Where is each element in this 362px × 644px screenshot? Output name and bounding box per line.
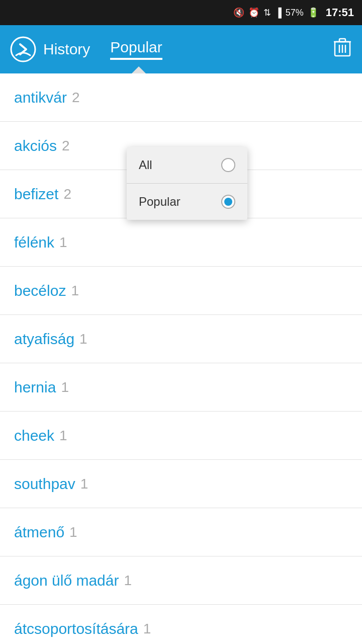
list-item-count: 1 (59, 234, 67, 251)
list-container: All Popular antikvár2akciós2befizet2félé… (0, 73, 362, 644)
list-item[interactable]: becéloz1 (0, 267, 362, 315)
list-item-word: akciós (14, 137, 57, 154)
list-item-count: 1 (71, 283, 79, 299)
list-item-count: 1 (143, 621, 151, 637)
trash-button[interactable] (334, 38, 351, 61)
filter-all-option[interactable]: All (127, 147, 247, 184)
list-item-count: 2 (63, 186, 71, 202)
list-item-count: 1 (124, 573, 132, 589)
list-item[interactable]: antikvár2 (0, 73, 362, 122)
list-item[interactable]: hernia1 (0, 363, 362, 412)
mute-icon: 🔇 (233, 7, 244, 18)
list-item-word: southpav (14, 475, 75, 493)
list-item-count: 2 (62, 138, 70, 154)
list-item-count: 2 (72, 90, 80, 106)
list-item[interactable]: ágon ülő madár1 (0, 556, 362, 605)
popular-tab[interactable]: Popular (110, 39, 162, 60)
list-item-count: 1 (59, 428, 67, 444)
list-item-word: hernia (14, 379, 56, 396)
radio-selected-indicator (224, 198, 232, 206)
filter-popular-label: Popular (139, 195, 180, 209)
list-item-word: befizet (14, 186, 58, 203)
svg-point-0 (11, 37, 35, 61)
list-item-word: átmenő (14, 524, 64, 541)
signal-icon: ▐ (275, 8, 282, 18)
list-item-word: antikvár (14, 89, 67, 106)
svg-rect-3 (339, 39, 345, 42)
list-item[interactable]: cheek1 (0, 412, 362, 460)
tab-indicator (132, 66, 146, 73)
list-item-word: átcsoportosítására (14, 620, 138, 637)
battery-icon: 🔋 (308, 7, 319, 18)
list-item[interactable]: southpav1 (0, 460, 362, 508)
list-item-word: félénk (14, 234, 54, 251)
list-item[interactable]: átmenő1 (0, 508, 362, 556)
list-item-word: ágon ülő madár (14, 572, 119, 589)
alarm-icon: ⏰ (248, 7, 259, 18)
status-icons: 🔇 ⏰ ⇅ ▐ 57% 🔋 17:51 (233, 6, 354, 19)
battery-percent: 57% (286, 8, 304, 18)
status-time: 17:51 (326, 6, 354, 19)
list-item-count: 1 (80, 476, 88, 492)
status-bar: 🔇 ⏰ ⇅ ▐ 57% 🔋 17:51 (0, 0, 362, 25)
app-bar: History Popular (0, 25, 362, 73)
filter-dropdown[interactable]: All Popular (127, 147, 247, 220)
list-item-count: 1 (79, 331, 87, 347)
filter-popular-option[interactable]: Popular (127, 184, 247, 220)
app-logo (10, 36, 36, 62)
list-item[interactable]: átcsoportosítására1 (0, 605, 362, 644)
list-item-word: becéloz (14, 282, 66, 299)
list-item-count: 1 (69, 524, 77, 540)
list-item-count: 1 (61, 379, 69, 395)
history-tab[interactable]: History (43, 41, 90, 58)
sync-icon: ⇅ (263, 7, 271, 18)
list-item[interactable]: atyafiság1 (0, 315, 362, 363)
list-item[interactable]: félénk1 (0, 218, 362, 267)
filter-all-radio[interactable] (221, 158, 235, 172)
filter-popular-radio[interactable] (221, 195, 235, 209)
filter-all-label: All (139, 158, 152, 172)
list-item-word: atyafiság (14, 331, 74, 348)
list-item-word: cheek (14, 427, 54, 444)
